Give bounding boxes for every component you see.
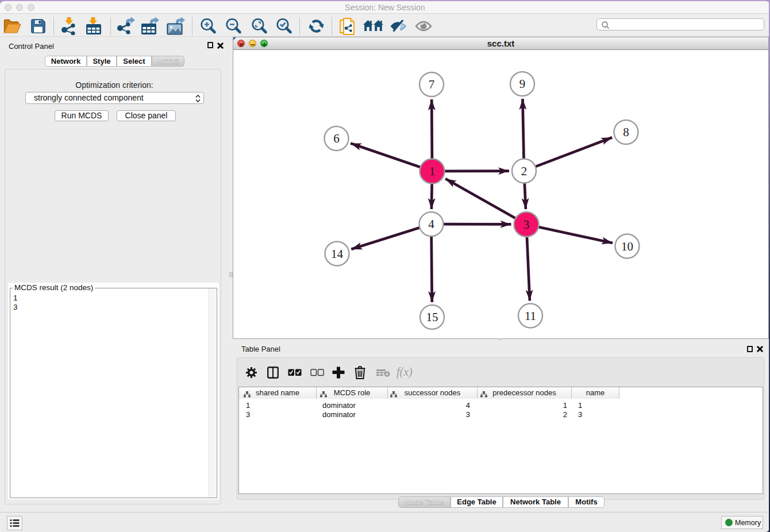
svg-text:1: 1 (429, 164, 436, 178)
svg-text:10: 10 (621, 240, 633, 253)
svg-text:11: 11 (525, 309, 536, 323)
svg-text:3: 3 (523, 218, 530, 232)
svg-text:7: 7 (429, 78, 435, 91)
svg-text:14: 14 (331, 247, 344, 261)
svg-text:15: 15 (426, 310, 438, 324)
svg-text:2: 2 (521, 164, 528, 178)
svg-text:8: 8 (623, 125, 629, 139)
svg-text:f(x): f(x) (396, 366, 413, 379)
svg-text:4: 4 (428, 217, 434, 231)
svg-text:9: 9 (519, 77, 526, 91)
svg-text:6: 6 (333, 132, 340, 145)
